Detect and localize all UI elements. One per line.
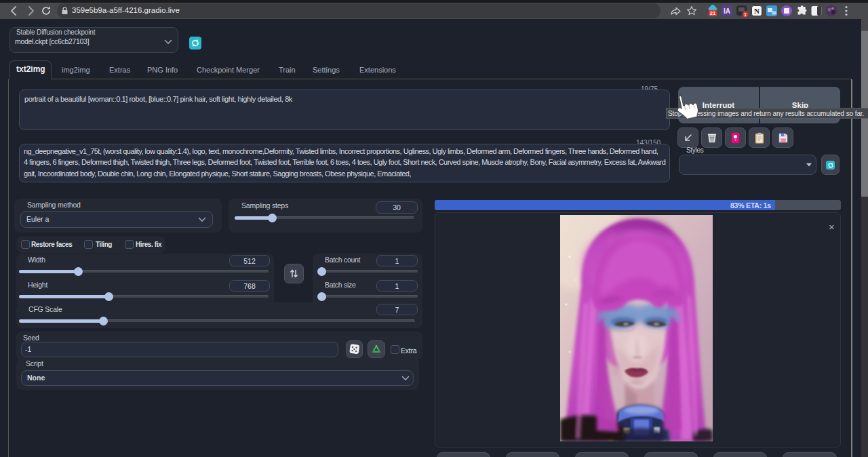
svg-text:IA: IA (724, 7, 730, 15)
svg-text:1: 1 (744, 12, 747, 17)
svg-text:N: N (754, 7, 760, 15)
svg-text:21: 21 (710, 10, 715, 16)
